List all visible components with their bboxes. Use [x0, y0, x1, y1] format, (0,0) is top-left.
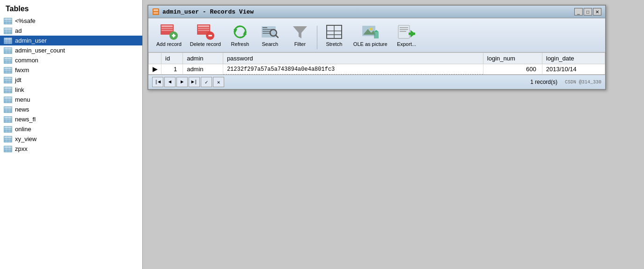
svg-rect-105 [263, 31, 270, 32]
sidebar-item-link[interactable]: link [0, 85, 142, 95]
window-title: admin_user - Records View [162, 8, 254, 15]
window-controls: _ □ ✕ [574, 8, 601, 15]
svg-rect-75 [4, 141, 12, 142]
watermark: CSDN @314_330 [565, 80, 601, 85]
svg-rect-90 [161, 30, 173, 31]
col-login-num[interactable]: login_num [483, 53, 542, 64]
col-password[interactable]: password [223, 53, 483, 64]
svg-rect-63 [4, 121, 12, 122]
close-button[interactable]: ✕ [593, 8, 601, 15]
svg-rect-80 [4, 149, 12, 150]
table-icon [4, 47, 12, 54]
svg-rect-120 [400, 27, 408, 28]
table-row[interactable]: ▶ 1 admin 21232f297a57a5a743894a0e4a801f… [149, 64, 605, 75]
sidebar-item-jdt[interactable]: jdt [0, 75, 142, 85]
svg-point-116 [370, 28, 373, 30]
sidebar-item-xy-view[interactable]: xy_view [0, 134, 142, 144]
sidebar-item---safe[interactable]: <%safe [0, 16, 142, 26]
svg-rect-9 [4, 32, 12, 34]
svg-rect-1 [4, 18, 12, 20]
svg-rect-31 [4, 67, 12, 69]
svg-marker-109 [293, 26, 307, 38]
main-content: admin_user - Records View _ □ ✕ [143, 0, 644, 269]
svg-rect-3 [4, 22, 12, 24]
cell-password: 21232f297a57a5a743894a0e4a801fc3 [223, 64, 483, 75]
sidebar: Tables <%safe ad admin_user admin_user_c… [0, 0, 143, 269]
nav-cancel-button[interactable]: ✕ [213, 77, 224, 87]
svg-rect-19 [4, 48, 12, 50]
ole-picture-label: OLE as picture [353, 41, 388, 47]
svg-rect-33 [4, 72, 12, 73]
bottom-bar: |◄ ◄ ► ►| ✓ ✕ 1 record(s) CSDN @314_330 [148, 75, 605, 89]
svg-rect-13 [4, 38, 12, 40]
delete-record-button[interactable]: Delete record [187, 21, 224, 49]
cell-id: 1 [161, 64, 183, 75]
stretch-icon [325, 23, 344, 40]
minimize-button[interactable]: _ [574, 8, 583, 15]
sidebar-item-news[interactable]: news [0, 105, 142, 114]
svg-rect-121 [400, 29, 408, 30]
export-button[interactable]: Export... [393, 21, 421, 49]
filter-icon [291, 23, 309, 40]
toolbar-divider [317, 26, 317, 49]
search-button[interactable]: Search [256, 21, 284, 49]
table-icon [4, 136, 12, 142]
sidebar-item-menu[interactable]: menu [0, 95, 142, 105]
nav-next-button[interactable]: ► [176, 77, 188, 87]
titlebar-left: admin_user - Records View [152, 8, 254, 15]
svg-rect-55 [4, 107, 12, 109]
svg-rect-37 [4, 77, 12, 79]
svg-rect-26 [4, 60, 12, 61]
nav-first-button[interactable]: |◄ [152, 77, 163, 87]
add-record-icon [160, 23, 178, 40]
sidebar-item-news-fl[interactable]: news_fl [0, 114, 142, 124]
svg-rect-27 [4, 62, 12, 63]
stretch-label: Stretch [326, 41, 342, 47]
sidebar-item-online[interactable]: online [0, 124, 142, 134]
svg-rect-103 [263, 27, 267, 28]
sidebar-item-admin-user[interactable]: admin_user [0, 36, 142, 45]
svg-rect-89 [161, 28, 173, 29]
sidebar-item-fwxm[interactable]: fwxm [0, 65, 142, 75]
ole-picture-button[interactable]: OLE as picture [350, 21, 391, 49]
stretch-button[interactable]: Stretch [320, 21, 348, 49]
svg-rect-74 [4, 139, 12, 140]
svg-rect-7 [4, 28, 12, 30]
sidebar-item-admin-user-count[interactable]: admin_user_count [0, 45, 142, 55]
sidebar-item-common[interactable]: common [0, 55, 142, 65]
svg-rect-44 [4, 90, 12, 91]
cell-admin: admin [183, 64, 223, 75]
col-admin[interactable]: admin [183, 53, 223, 64]
nav-last-button[interactable]: ►| [189, 77, 200, 87]
svg-rect-2 [4, 21, 12, 22]
refresh-icon [231, 23, 249, 40]
col-login-date[interactable]: login_date [542, 53, 605, 64]
nav-prev-button[interactable]: ◄ [164, 77, 176, 87]
svg-rect-32 [4, 70, 12, 71]
nav-confirm-button[interactable]: ✓ [201, 77, 212, 87]
svg-rect-96 [198, 28, 209, 29]
table-icon [4, 57, 12, 64]
table-icon [4, 37, 12, 44]
svg-rect-104 [263, 29, 272, 30]
refresh-button[interactable]: Refresh [226, 21, 254, 49]
maximize-button[interactable]: □ [584, 8, 592, 15]
svg-rect-79 [4, 146, 12, 148]
svg-rect-88 [161, 25, 173, 27]
sidebar-item-ad[interactable]: ad [0, 26, 142, 36]
table-icon [4, 67, 12, 74]
table-icon [4, 87, 12, 93]
table-header-row: id admin password login_num login_date [149, 53, 605, 64]
table-area: id admin password login_num login_date ▶… [148, 52, 605, 75]
search-icon [261, 23, 279, 40]
col-id[interactable]: id [161, 53, 183, 64]
table-icon [4, 106, 12, 113]
svg-rect-69 [4, 131, 12, 132]
records-titlebar: admin_user - Records View _ □ ✕ [148, 6, 605, 18]
sidebar-item-zpxx[interactable]: zpxx [0, 144, 142, 154]
filter-button[interactable]: Filter [286, 21, 314, 49]
svg-rect-20 [4, 50, 12, 52]
svg-line-108 [276, 35, 278, 37]
delete-record-icon [196, 23, 215, 40]
add-record-button[interactable]: Add record [153, 21, 185, 49]
